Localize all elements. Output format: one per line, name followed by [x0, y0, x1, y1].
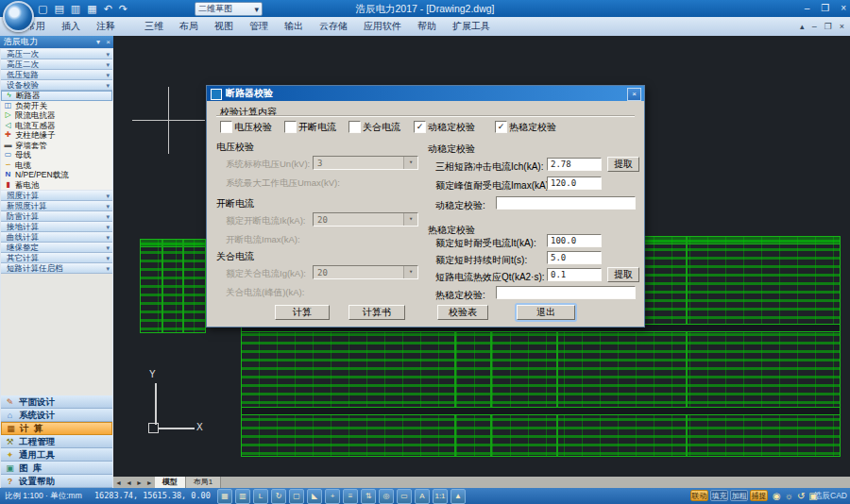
checkbox-dynamic-stability[interactable]: ✓ [414, 121, 426, 133]
nav-library[interactable]: ▣图 库 [1, 462, 112, 475]
title-bar[interactable]: ▢ ▤ ▥ ▦ ↶ ↷ 二维草图 ▾ 浩辰电力2017 - [Drawing2.… [0, 0, 850, 17]
undo-icon[interactable]: ↶ [104, 1, 112, 16]
redo-icon[interactable]: ↷ [119, 1, 128, 16]
toggle-fill[interactable]: 填充 [710, 490, 728, 501]
sidebar-section-new-illuminance[interactable]: 新照度计算▾ [1, 201, 112, 211]
tab-layout[interactable]: 布局 [179, 17, 198, 36]
close-button[interactable]: × [841, 0, 846, 17]
tab-help[interactable]: 帮助 [417, 17, 436, 36]
thermal-result-field[interactable] [496, 286, 636, 299]
chevron-down-icon[interactable]: ▾ [403, 157, 417, 169]
doc-minimize-icon[interactable]: – [812, 22, 817, 31]
snap-grid-icon[interactable]: ▦ [217, 489, 232, 504]
sidebar-item-reactor[interactable]: ▷限流电抗器 [1, 110, 112, 121]
qt-input[interactable]: 0.1 [547, 268, 602, 281]
extract-ich-button[interactable]: 提取 [607, 157, 639, 172]
sidebar-section-hv-primary[interactable]: 高压一次▾ [1, 49, 112, 59]
quick-properties-icon[interactable]: ▭ [397, 489, 412, 504]
sidebar-section-relay-setting[interactable]: 继保整定▾ [1, 243, 112, 253]
dyn-input-icon[interactable]: ≡ [343, 489, 358, 504]
nav-common-tools[interactable]: ✦通用工具 [1, 448, 112, 462]
minimize-button[interactable]: – [805, 0, 810, 17]
doc-restore-icon[interactable]: ❐ [824, 22, 832, 31]
otrack-icon[interactable]: ◣ [307, 489, 322, 504]
panel-close-icon[interactable]: × [106, 36, 110, 48]
ribbon-collapse-icon[interactable]: ▴ [800, 22, 805, 31]
imax-input[interactable]: 120.0 [547, 176, 602, 190]
print-icon[interactable]: ▦ [87, 1, 96, 16]
calc-report-button[interactable]: 计算书 [348, 305, 405, 320]
pin-icon[interactable]: ▾ [96, 36, 100, 48]
bulb-icon[interactable]: ☼ [785, 489, 793, 503]
tab-ext-tools[interactable]: 扩展工具 [452, 17, 490, 36]
polar-tracking-icon[interactable]: ↻ [271, 489, 286, 504]
tab-3d[interactable]: 三维 [144, 17, 163, 36]
t-input[interactable]: 5.0 [547, 251, 602, 264]
sidebar-section-lv-short-circuit[interactable]: 低压短路▾ [1, 70, 112, 80]
tab-manage[interactable]: 管理 [249, 17, 268, 36]
open-file-icon[interactable]: ▤ [54, 1, 63, 16]
annotation-scale-icon[interactable]: 1:1 [433, 489, 448, 504]
user-icon[interactable]: ◉ [773, 489, 781, 503]
ortho-icon[interactable]: L [253, 489, 268, 504]
tab-view[interactable]: 视图 [214, 17, 233, 36]
sidebar-item-battery[interactable]: ▮蓄电池 [1, 180, 112, 191]
extract-qt-button[interactable]: 提取 [607, 267, 639, 282]
next-tab-icon[interactable]: ► [136, 479, 143, 486]
toggle-bold[interactable]: 加粗 [730, 490, 748, 501]
checkbox-label[interactable]: 动稳定校验 [428, 121, 475, 134]
breaking-ik-combo[interactable]: 20 ▾ [313, 212, 418, 227]
toggle-linkage[interactable]: 联动 [690, 490, 708, 501]
tab-layout1[interactable]: 布局1 [186, 477, 221, 488]
new-file-icon[interactable]: ▢ [38, 1, 47, 16]
sidebar-item-n-pe-pen[interactable]: NN/PE/PEN载流 [1, 170, 112, 180]
calculate-button[interactable]: 计算 [275, 305, 330, 320]
ich-input[interactable]: 2.78 [547, 158, 602, 171]
tab-model[interactable]: 模型 [155, 477, 186, 488]
tab-apps[interactable]: 应用软件 [364, 17, 401, 36]
nav-system-design[interactable]: ⌂系统设计 [1, 409, 112, 422]
tab-insert[interactable]: 插入 [61, 17, 80, 36]
sidebar-section-curve-calc[interactable]: 曲线计算▾ [1, 232, 112, 243]
restore-button[interactable]: ❐ [821, 0, 829, 17]
voltage-un-combo[interactable]: 3 ▾ [313, 156, 418, 170]
app-logo[interactable] [3, 1, 34, 32]
nav-calculation[interactable]: ▦计 算 [1, 422, 112, 435]
dialog-close-button[interactable]: × [627, 88, 641, 101]
workspace-switch-icon[interactable]: ▲ [450, 489, 466, 504]
sidebar-item-load-switch[interactable]: ◫负荷开关 [1, 101, 112, 111]
dyn-ucs-icon[interactable]: + [325, 489, 340, 504]
closing-ig-combo[interactable]: 20 ▾ [313, 265, 418, 279]
sidebar-section-grounding[interactable]: 接地计算▾ [1, 222, 112, 232]
prev-tab-icon[interactable]: ◄ [126, 479, 132, 486]
sidebar-item-current-transformer[interactable]: ◁电流互感器 [1, 121, 112, 131]
tab-cloud[interactable]: 云存储 [319, 17, 348, 36]
checkbox-closing-current[interactable] [348, 121, 361, 133]
nav-project-manage[interactable]: ⚒工程管理 [1, 435, 112, 448]
sidebar-item-post-insulator[interactable]: ✚支柱绝缘子 [1, 130, 112, 141]
grid-display-icon[interactable]: ▥ [235, 489, 250, 504]
nav-plane-design[interactable]: ✎平面设计 [1, 395, 112, 409]
sidebar-item-busbar[interactable]: ▭母线 [1, 150, 112, 160]
sidebar-item-wall-bushing[interactable]: ▬穿墙套管 [1, 141, 112, 151]
sidebar-section-other-calc[interactable]: 其它计算▾ [1, 253, 112, 263]
sidebar-section-device-check[interactable]: 设备校验▾ [1, 80, 112, 91]
nav-settings-help[interactable]: ?设置帮助 [1, 475, 112, 488]
sidebar-section-short-circuit-task[interactable]: 短路计算任启档▾ [1, 263, 112, 274]
sidebar-section-illuminance[interactable]: 照度计算▾ [1, 191, 112, 201]
annotation-icon[interactable]: A [415, 489, 430, 504]
tab-annotate[interactable]: 注释 [96, 17, 115, 36]
doc-close-icon[interactable]: × [840, 22, 844, 31]
sync-icon[interactable]: ↺ [797, 489, 805, 503]
osnap-icon[interactable]: ▢ [289, 489, 304, 504]
checkbox-breaking-current[interactable] [284, 121, 297, 133]
lineweight-icon[interactable]: ⇅ [361, 489, 376, 504]
sidebar-section-lightning[interactable]: 防雷计算▾ [1, 211, 112, 222]
checkbox-label[interactable]: 关合电流 [363, 121, 400, 134]
checkbox-label[interactable]: 电压校验 [234, 121, 272, 134]
sidebar-header[interactable]: 浩辰电力 ▾ × [0, 36, 113, 48]
sidebar-item-cable[interactable]: ∽电缆 [1, 160, 112, 171]
first-tab-icon[interactable]: ◄ [115, 479, 122, 486]
checkbox-label[interactable]: 热稳定校验 [509, 121, 556, 134]
toggle-snap[interactable]: 捕捉 [750, 490, 768, 501]
